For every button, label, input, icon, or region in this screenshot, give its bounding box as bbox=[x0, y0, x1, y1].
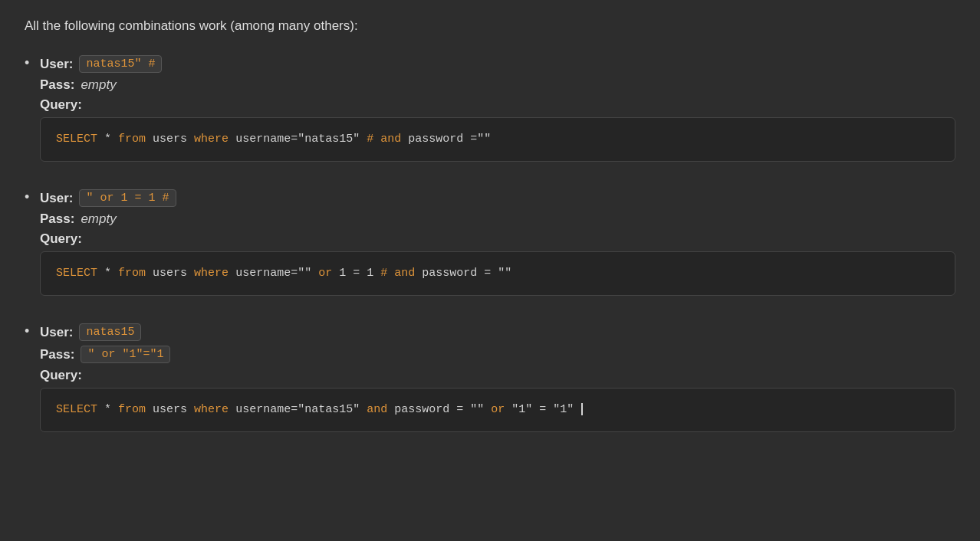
keyword-select: SELECT bbox=[56, 267, 97, 280]
user-label: User: bbox=[40, 325, 73, 340]
code-block-1: SELECT * from users where username="nata… bbox=[40, 117, 955, 162]
keyword-from: from bbox=[118, 133, 146, 146]
user-label: User: bbox=[40, 57, 73, 72]
user-row: User: " or 1 = 1 # bbox=[40, 189, 955, 207]
keyword-where: where bbox=[194, 133, 229, 146]
user-value: natas15" # bbox=[79, 55, 162, 73]
keyword-from: from bbox=[118, 403, 146, 416]
keyword-from: from bbox=[118, 267, 146, 280]
pass-value: empty bbox=[81, 211, 116, 227]
code-block-3: SELECT * from users where username="nata… bbox=[40, 388, 955, 432]
text-cursor bbox=[581, 403, 583, 415]
list-item: User: natas15" # Pass: empty Query: SELE… bbox=[25, 55, 955, 162]
keyword-select: SELECT bbox=[56, 133, 97, 146]
keyword-select: SELECT bbox=[56, 403, 97, 416]
user-row: User: natas15" # bbox=[40, 55, 955, 73]
code-block-2: SELECT * from users where username="" or… bbox=[40, 251, 955, 296]
list-item: User: natas15 Pass: " or "1"="1 Query: S… bbox=[25, 323, 955, 432]
pass-row: Pass: " or "1"="1 bbox=[40, 346, 955, 363]
combinations-list: User: natas15" # Pass: empty Query: SELE… bbox=[25, 55, 955, 432]
user-value: " or 1 = 1 # bbox=[79, 189, 176, 207]
query-label: Query: bbox=[40, 97, 955, 113]
intro-text: All the following combinations work (amo… bbox=[25, 18, 955, 34]
pass-value: empty bbox=[81, 77, 116, 93]
list-item: User: " or 1 = 1 # Pass: empty Query: SE… bbox=[25, 189, 955, 296]
keyword-where: where bbox=[194, 267, 229, 280]
pass-row: Pass: empty bbox=[40, 211, 955, 227]
pass-value: " or "1"="1 bbox=[81, 346, 170, 363]
keyword-or: or bbox=[318, 267, 339, 280]
query-label: Query: bbox=[40, 231, 955, 247]
keyword-where: where bbox=[194, 403, 229, 416]
query-label: Query: bbox=[40, 368, 955, 383]
keyword-and: and bbox=[367, 403, 387, 416]
pass-label: Pass: bbox=[40, 347, 74, 362]
keyword-hash: # bbox=[367, 133, 380, 146]
pass-row: Pass: empty bbox=[40, 77, 955, 93]
user-label: User: bbox=[40, 191, 73, 206]
keyword-and: and bbox=[394, 267, 415, 280]
pass-label: Pass: bbox=[40, 211, 74, 227]
keyword-hash: # bbox=[380, 267, 394, 280]
keyword-and: and bbox=[380, 133, 401, 146]
keyword-or: or bbox=[491, 403, 511, 416]
pass-label: Pass: bbox=[40, 77, 74, 93]
user-value: natas15 bbox=[79, 323, 141, 341]
user-row: User: natas15 bbox=[40, 323, 955, 341]
